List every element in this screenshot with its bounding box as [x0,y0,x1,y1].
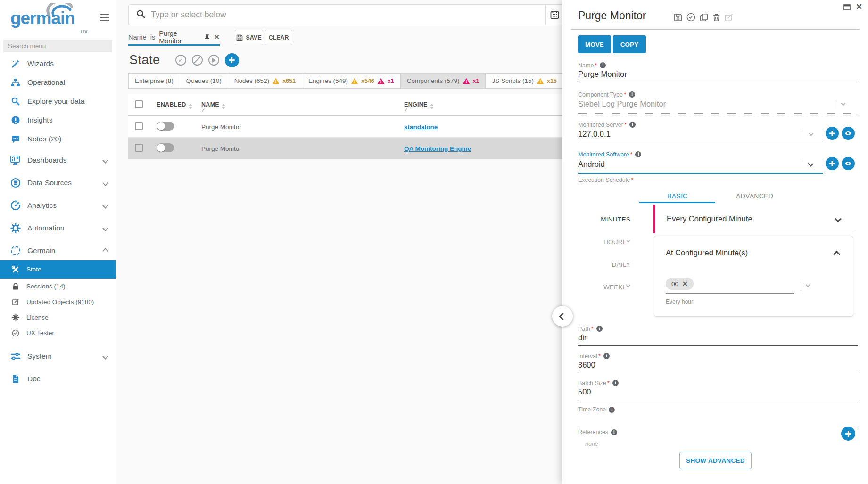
column-header-enabled[interactable]: ENABLED [157,101,201,109]
tab-queues[interactable]: Queues (10) [180,74,228,88]
enabled-toggle[interactable] [157,143,174,152]
tab-enterprise[interactable]: Enterprise (8) [129,74,180,88]
time-zone-input[interactable] [578,414,842,423]
view-server-button[interactable] [842,127,855,140]
info-icon[interactable] [629,122,636,128]
copy-button[interactable]: COPY [613,35,646,53]
enabled-toggle[interactable] [157,122,174,131]
sidebar-item-automation[interactable]: Automation [0,219,116,238]
duplicate-icon[interactable] [700,13,708,22]
add-software-button[interactable] [826,157,839,170]
close-panel-button[interactable]: ✕ [856,2,862,12]
lock-icon [10,282,21,291]
row-checkbox[interactable] [135,144,143,152]
chevron-down-icon[interactable] [808,161,814,167]
sidebar-item-data-sources[interactable]: Data Sources [0,173,116,192]
save-icon[interactable] [674,13,682,22]
schedule-option-minutes[interactable]: MINUTES [579,216,630,223]
disable-all-button[interactable] [192,55,203,66]
show-advanced-button[interactable]: SHOW ADVANCED [679,452,752,469]
info-icon[interactable] [609,407,615,413]
sidebar-item-updated-objects[interactable]: Updated Objects (9180) [0,294,116,310]
sidebar-item-license[interactable]: License [0,310,116,325]
chevron-down-icon[interactable] [809,131,814,136]
schedule-tab-basic[interactable]: BASIC [667,192,688,200]
edit-icon[interactable] [725,13,733,22]
sidebar-item-system[interactable]: System [0,347,116,366]
sidebar-item-doc[interactable]: Doc [0,369,116,388]
tab-js-scripts[interactable]: JS Scripts (15) !x15 [486,74,563,88]
sidebar-item-wizards[interactable]: Wizards [0,54,116,73]
info-icon[interactable] [611,429,617,435]
add-server-button[interactable] [826,127,839,140]
sidebar-item-explore-your-data[interactable]: Explore your data [0,92,116,111]
column-resize-handle[interactable] [203,107,203,113]
validate-icon[interactable] [686,13,695,22]
info-icon[interactable] [629,91,635,98]
info-icon[interactable] [612,380,619,386]
engine-link[interactable]: standalone [404,123,438,131]
batch-size-input[interactable] [578,387,842,396]
filter-remove-icon[interactable]: ✕ [214,33,220,41]
column-header-name[interactable]: NAME [201,101,404,109]
sidebar-item-ux-tester[interactable]: UX Tester [0,325,116,341]
info-icon[interactable] [596,326,603,332]
sidebar-item-sessions[interactable]: Sessions (14) [0,279,116,294]
column-resize-handle[interactable] [405,107,406,113]
info-icon[interactable] [635,151,641,157]
tab-components[interactable]: Components (579) !x1 [401,74,486,88]
tab-nodes[interactable]: Nodes (652) !x651 [228,74,302,88]
sidebar-item-notes[interactable]: Notes (20) [0,130,116,148]
row-checkbox[interactable] [135,122,143,130]
schedule-tab-advanced[interactable]: ADVANCED [736,192,773,200]
sidebar-item-analytics[interactable]: Analytics [0,196,116,215]
chevron-down-icon[interactable] [806,283,810,287]
add-component-button[interactable]: + [225,53,239,67]
clear-filter-button[interactable]: CLEAR [265,30,292,45]
info-icon[interactable] [600,62,606,68]
path-input[interactable] [578,333,842,342]
delete-icon[interactable] [712,13,720,22]
maximize-button[interactable] [843,4,851,12]
sidebar-item-insights[interactable]: Insights [0,111,116,130]
engine-link[interactable]: QA Monitoring Engine [404,145,471,152]
sidebar-item-label: Dashboards [27,156,67,164]
enable-all-button[interactable]: ✓ [175,55,186,66]
run-button[interactable] [208,55,219,66]
tab-engines[interactable]: Engines (549) !x546 !x1 [302,74,401,88]
monitored-software-select[interactable] [578,160,785,169]
schedule-option-daily[interactable]: DAILY [579,261,630,268]
view-software-button[interactable] [842,157,855,170]
component-type-select[interactable] [578,99,823,108]
top-search-input[interactable] [151,10,545,20]
chevron-up-icon[interactable] [833,251,841,258]
column-header-engine[interactable]: ENGINE [404,101,434,109]
sidebar-item-germain[interactable]: Germain [0,241,116,260]
detail-panel: ✕ Purge Monitor MOVE COPY Name Component… [562,0,868,484]
sidebar-item-dashboards[interactable]: Dashboards [0,151,116,170]
select-all-checkbox[interactable] [135,100,143,108]
remove-chip-icon[interactable]: ✕ [682,280,688,287]
add-reference-button[interactable] [841,427,855,441]
chevron-down-icon[interactable] [841,101,846,106]
dashboard-monitor-icon [9,155,22,165]
interval-label: Interval [578,353,610,360]
schedule-option-hourly[interactable]: HOURLY [579,238,630,246]
schedule-option-weekly[interactable]: WEEKLY [579,284,630,291]
sidebar-item-operational[interactable]: Operational [0,73,116,92]
save-filter-button[interactable]: SAVE [235,30,263,45]
panel-collapse-button[interactable] [552,306,573,327]
chevron-up-icon [102,248,108,254]
interval-input[interactable] [578,361,842,369]
calendar-button[interactable] [545,5,564,25]
sidebar-item-state[interactable]: State [0,260,116,279]
sidebar-search-input[interactable] [3,40,112,52]
hamburger-menu-icon[interactable] [100,14,109,23]
minute-mode-dropdown[interactable]: Every Configured Minute [655,205,854,233]
pin-icon[interactable] [204,34,210,41]
info-icon[interactable] [603,353,610,359]
name-field-input[interactable] [578,70,842,79]
filter-chip[interactable]: Name is Purge Monitor ✕ [128,30,220,46]
monitored-server-select[interactable] [578,130,785,139]
move-button[interactable]: MOVE [578,35,611,53]
